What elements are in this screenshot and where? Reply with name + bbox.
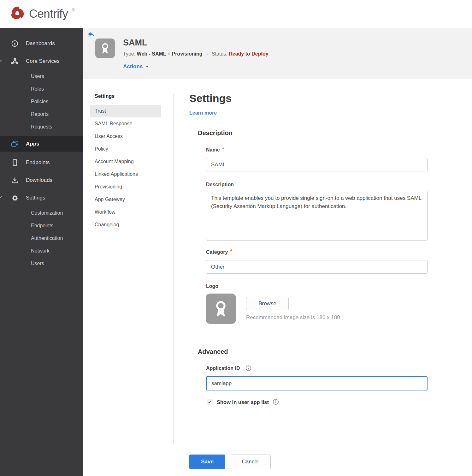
app-header: SAML Type: Web - SAML + Provisioning • S… (83, 28, 472, 79)
sidebar-item-authentication[interactable]: Authentication (0, 232, 83, 245)
sidebar-item-label: Core Services (26, 58, 60, 64)
description-field[interactable]: This template enables you to provide sin… (206, 191, 428, 241)
type-value: Web - SAML + Provisioning (137, 51, 203, 57)
sidebar-item-label: Dashboards (26, 40, 55, 47)
sidebar-item-downloads[interactable]: Downloads (0, 171, 83, 189)
sidebar-item-users[interactable]: Users (0, 70, 83, 83)
subnav-item-user-access[interactable]: User Access (90, 130, 161, 143)
caret-down-icon: ▼ (145, 64, 149, 69)
subnav-item-workflow[interactable]: Workflow (90, 206, 161, 218)
subnav-item-provisioning[interactable]: Provisioning (90, 181, 161, 193)
gear-icon (10, 194, 20, 202)
centrify-admin-screen: Centrify ® Dashboards (0, 0, 472, 476)
learn-more-link[interactable]: Learn more (189, 110, 217, 116)
cancel-button[interactable]: Cancel (230, 455, 271, 469)
sidebar: Dashboards Core Services Users Roles Pol… (0, 28, 83, 476)
actions-menu-button[interactable]: Actions ▼ (123, 63, 149, 70)
sidebar-item-endpoints[interactable]: Endpoints (0, 154, 83, 171)
subnav-item-changelog[interactable]: Changelog (90, 218, 161, 231)
show-in-user-app-list-checkbox[interactable]: ✓ (207, 399, 213, 405)
type-label: Type: (123, 51, 135, 57)
subnav-item-account-mapping[interactable]: Account Mapping (90, 155, 161, 168)
logo-size-hint: Recommended image size is 180 x 180 (246, 314, 340, 321)
sidebar-item-roles[interactable]: Roles (0, 83, 83, 95)
save-button[interactable]: Save (189, 455, 225, 469)
description-label: Description (206, 182, 234, 187)
sidebar-item-policies[interactable]: Policies (0, 95, 83, 108)
required-asterisk: * (230, 249, 232, 254)
download-icon (10, 176, 20, 184)
sidebar-item-network[interactable]: Network (0, 245, 83, 257)
settings-subnav: Settings Trust SAML Response User Access… (90, 93, 161, 231)
info-icon[interactable] (273, 399, 279, 405)
subnav-item-linked-applications[interactable]: Linked Applications (90, 168, 161, 181)
required-asterisk: * (222, 147, 224, 152)
actions-label: Actions (123, 63, 143, 70)
sidebar-item-label: Endpoints (26, 159, 50, 166)
vertical-divider (173, 94, 174, 444)
status-label: Status: (212, 51, 227, 57)
top-bar: Centrify ® (0, 0, 472, 28)
sidebar-item-dashboards[interactable]: Dashboards (0, 35, 83, 52)
sidebar-item-settings[interactable]: Settings (0, 189, 83, 207)
show-in-user-app-list-label: Show in user app list (217, 399, 269, 405)
status-value: Ready to Deploy (229, 51, 268, 57)
phone-icon (10, 158, 20, 167)
app-meta-line: Type: Web - SAML + Provisioning • Status… (123, 51, 268, 57)
description-section-heading: Description (198, 129, 233, 137)
sidebar-item-users-settings[interactable]: Users (0, 257, 83, 270)
centrify-logo: Centrify ® (9, 5, 74, 23)
subnav-item-policy[interactable]: Policy (90, 143, 161, 155)
name-label: Name * (206, 147, 224, 153)
sidebar-item-apps[interactable]: Apps (0, 136, 83, 152)
sidebar-item-endpoints-settings[interactable]: Endpoints (0, 219, 83, 232)
name-field[interactable] (206, 158, 428, 171)
centrify-mark-icon (9, 5, 26, 23)
meta-separator: • (206, 52, 208, 57)
chevron-down-icon (0, 58, 3, 65)
core-services-icon (10, 57, 20, 66)
app-logo-tile (95, 39, 115, 58)
application-id-field[interactable] (206, 376, 428, 390)
logo-label: Logo (206, 283, 218, 289)
sidebar-item-label: Downloads (26, 177, 52, 183)
application-id-label: Application ID (206, 366, 251, 372)
subnav-heading: Settings (90, 93, 161, 99)
app-logo-preview (206, 294, 236, 324)
subnav-item-trust[interactable]: Trust (90, 105, 161, 117)
page-title: Settings (189, 92, 232, 104)
category-label: Category * (206, 249, 233, 255)
back-arrow-icon[interactable] (87, 31, 95, 38)
award-ribbon-icon (99, 42, 111, 55)
subnav-item-saml-response[interactable]: SAML Response (90, 117, 161, 130)
gauge-icon (10, 39, 20, 48)
brand-name: Centrify (29, 7, 68, 21)
info-icon[interactable] (245, 365, 251, 371)
sidebar-item-label: Apps (26, 141, 39, 147)
apps-icon (10, 140, 20, 148)
brand-trademark: ® (72, 8, 74, 12)
chevron-down-icon (0, 194, 3, 202)
award-ribbon-icon (211, 299, 230, 318)
sidebar-item-reports[interactable]: Reports (0, 108, 83, 121)
sidebar-item-requests[interactable]: Requests (0, 121, 83, 133)
sidebar-item-customization[interactable]: Customization (0, 207, 83, 219)
sidebar-item-label: Settings (26, 195, 45, 201)
sidebar-item-core-services[interactable]: Core Services (0, 52, 83, 70)
subnav-item-app-gateway[interactable]: App Gateway (90, 193, 161, 206)
checkmark-icon: ✓ (208, 399, 212, 405)
category-field[interactable] (206, 260, 428, 274)
advanced-section-heading: Advanced (198, 348, 228, 355)
show-in-user-app-list-row: ✓ Show in user app list (207, 399, 279, 405)
app-title: SAML (123, 38, 147, 48)
browse-button[interactable]: Browse (246, 297, 289, 310)
